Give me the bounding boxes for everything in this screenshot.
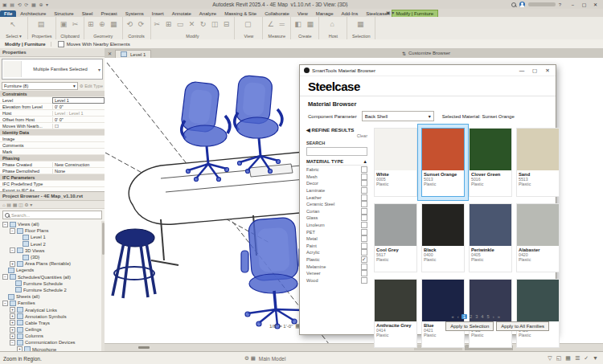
property-value[interactable]: None xyxy=(52,169,105,174)
workset-icons[interactable]: ⚙ ▦ xyxy=(244,355,256,362)
modify-tab-options[interactable]: ▣ ▾ xyxy=(386,10,394,15)
tree-item[interactable]: + Ceilings xyxy=(0,326,105,333)
property-row[interactable]: Identity Data xyxy=(0,129,105,136)
tree-item[interactable]: {3D} xyxy=(0,254,105,260)
property-value[interactable]: Level 1 xyxy=(52,97,105,104)
quick-access-toolbar[interactable]: ▣ ▤ ⟲ ⟳ ▦ ⊕ ▾ xyxy=(0,2,49,7)
selection-filter-icon[interactable]: ▼ xyxy=(593,355,598,362)
ribbon-tab[interactable]: Architecture xyxy=(16,10,50,17)
material-type-group-label[interactable]: MATERIAL TYPE xyxy=(306,159,343,164)
apply-to-selection-button[interactable]: Apply to Selection xyxy=(445,321,494,331)
material-swatch-card[interactable]: Sunset Orange 5013 Plastic xyxy=(421,128,465,197)
tree-expander-icon[interactable]: − xyxy=(2,301,8,306)
property-row[interactable]: IFC Predefined Type xyxy=(0,181,105,187)
material-type-checkbox[interactable] xyxy=(361,194,367,201)
view-scale-button[interactable]: 1/8" = 1'-0" xyxy=(269,324,293,329)
material-type-filter[interactable]: Leather xyxy=(306,194,367,201)
ribbon-panel[interactable]: ▣ ✂ Clipboard xyxy=(56,17,84,39)
project-browser-header[interactable]: Project Browser - 4E Map_v1.10.rvt xyxy=(0,192,105,201)
property-value[interactable]: Level : Level 1 xyxy=(52,111,105,116)
material-type-checkbox[interactable] xyxy=(361,270,367,276)
ribbon-tab[interactable]: Analyze xyxy=(195,10,220,17)
material-swatch-card[interactable]: Cool Grey 5617 Plastic xyxy=(374,203,417,272)
page-button[interactable]: 4 xyxy=(480,314,484,319)
ribbon-panel[interactable]: ✂ ⊞ ▭ ✕ ↻ ◫ ⊟ Modify xyxy=(151,17,236,39)
collapse-icon[interactable]: ▲ xyxy=(363,159,367,164)
minimize-button[interactable]: − xyxy=(568,1,578,8)
material-type-filter[interactable]: Linoleum xyxy=(306,222,367,229)
property-value[interactable]: 0' 0" xyxy=(52,117,105,122)
material-swatch-card[interactable]: Anthracite Grey 0414 Plastic xyxy=(374,279,417,348)
tree-item[interactable]: − Floor Plans xyxy=(0,227,105,234)
tree-expander-icon[interactable]: − xyxy=(10,228,15,234)
component-parameter-dropdown[interactable]: Back Shell ▾ xyxy=(362,111,434,121)
tree-expander-icon[interactable] xyxy=(10,281,14,285)
ribbon-tab[interactable]: Insert xyxy=(148,10,168,17)
material-type-checkbox[interactable] xyxy=(361,208,367,215)
material-type-filter[interactable]: Plastic xyxy=(306,256,367,264)
tree-item[interactable]: + Cable Trays xyxy=(0,320,105,326)
ribbon-panel[interactable]: ◧ ▦ Create xyxy=(291,17,319,39)
moves-with-nearby-checkbox[interactable] xyxy=(58,41,64,47)
material-type-checkbox[interactable] xyxy=(361,243,367,249)
property-row[interactable]: Mark xyxy=(0,149,105,155)
material-type-checkbox[interactable] xyxy=(361,215,367,221)
page-button[interactable]: 3 xyxy=(474,314,478,319)
search-icon[interactable] xyxy=(511,2,516,7)
dialog-minimize-button[interactable]: — xyxy=(515,67,528,73)
ribbon-panel[interactable]: ▤ Properties xyxy=(28,17,56,39)
refine-search-input[interactable] xyxy=(306,147,367,156)
project-browser-search[interactable]: Search... xyxy=(2,211,102,219)
tree-expander-icon[interactable]: + xyxy=(10,320,15,325)
properties-header[interactable]: Properties xyxy=(0,48,105,57)
tree-expander-icon[interactable]: − xyxy=(10,340,15,346)
dialog-title-bar[interactable]: SmartTools Material Browser — ▢ ✕ xyxy=(300,65,556,76)
tree-expander-icon[interactable]: − xyxy=(10,247,15,253)
ribbon-tab[interactable]: Collaborate xyxy=(260,10,293,17)
page-button[interactable]: 1 xyxy=(461,314,467,319)
restore-button[interactable]: ▢ xyxy=(579,1,589,8)
office-chair-selected[interactable] xyxy=(241,217,306,329)
material-type-checkbox[interactable] xyxy=(361,256,367,263)
property-row[interactable]: Moves With Nearb... ☐ xyxy=(0,123,105,129)
user-avatar[interactable] xyxy=(519,2,525,7)
material-type-checkbox[interactable] xyxy=(361,166,367,173)
material-type-checkbox[interactable] xyxy=(361,187,367,194)
material-type-checkbox[interactable] xyxy=(361,264,367,270)
material-type-filter[interactable]: Corian xyxy=(306,208,367,215)
material-type-checkbox[interactable] xyxy=(361,180,367,186)
tree-expander-icon[interactable]: + xyxy=(10,327,15,333)
ribbon-panel[interactable]: ⟲ ⟳ Controls xyxy=(123,17,151,39)
material-type-filter[interactable]: Mesh xyxy=(306,174,367,181)
selection-filter-icon[interactable]: ▽ xyxy=(548,355,552,362)
element-filter-dropdown[interactable]: Furniture (8) ▾ xyxy=(2,82,78,90)
ribbon-tab[interactable]: File xyxy=(0,10,16,17)
tree-item[interactable]: + Columns xyxy=(0,333,105,339)
property-value[interactable]: New Construction xyxy=(52,162,105,167)
page-button[interactable]: 2 xyxy=(469,314,473,319)
material-swatch-card[interactable]: Ocean 0423 Plastic xyxy=(516,279,560,348)
close-button[interactable]: ✕ xyxy=(590,1,601,8)
project-browser-toolbar[interactable]: ⌂ ▤ ▦ ◫ ⚙ ▾ xyxy=(0,201,105,209)
tree-expander-icon[interactable] xyxy=(17,256,21,260)
ribbon-panel[interactable]: ↖ Select ▾ xyxy=(0,17,28,39)
page-button[interactable]: 5 xyxy=(486,314,490,319)
tree-expander-icon[interactable] xyxy=(2,268,6,272)
tree-expander-icon[interactable]: + xyxy=(10,261,15,267)
help-icon[interactable]: ? xyxy=(559,2,561,7)
ribbon-tab[interactable]: Manage xyxy=(312,10,338,17)
selection-filter-icon[interactable]: ▦ xyxy=(565,355,571,362)
apply-to-all-families-button[interactable]: Apply to All Families xyxy=(496,321,549,331)
material-type-filter[interactable]: PET xyxy=(306,228,367,235)
tree-expander-icon[interactable] xyxy=(17,242,21,246)
material-swatch-card[interactable]: White 0005 Plastic xyxy=(374,128,417,197)
material-type-filter[interactable]: Decor xyxy=(306,180,367,187)
tree-expander-icon[interactable] xyxy=(2,295,6,299)
tree-expander-icon[interactable] xyxy=(17,235,21,239)
customize-browser-link[interactable]: Customize Browser xyxy=(408,51,450,55)
ribbon-tab[interactable]: View xyxy=(293,10,312,17)
tree-item[interactable]: − 3D Views xyxy=(0,247,105,254)
ribbon-panel[interactable]: ⌂ Host xyxy=(319,17,347,39)
tree-expander-icon[interactable]: + xyxy=(10,333,15,339)
ribbon-panel[interactable]: ▢ View xyxy=(235,17,263,39)
